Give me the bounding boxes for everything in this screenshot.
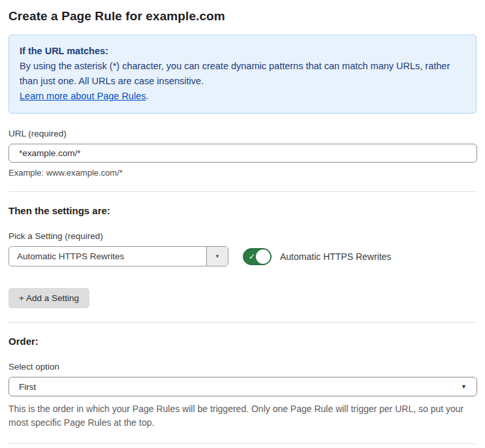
info-box-link-line: Learn more about Page Rules. xyxy=(20,89,465,104)
setting-select[interactable]: Automatic HTTPS Rewrites ▼ xyxy=(8,246,228,266)
setting-row: Automatic HTTPS Rewrites ▼ ✓ Automatic H… xyxy=(8,246,477,266)
settings-heading: Then the settings are: xyxy=(8,205,477,216)
url-field-label: URL (required) xyxy=(8,129,477,138)
page-title: Create a Page Rule for example.com xyxy=(8,9,477,24)
order-select[interactable]: First ▼ xyxy=(8,377,477,396)
url-input[interactable] xyxy=(8,144,477,163)
order-heading: Order: xyxy=(8,336,477,347)
info-box-heading: If the URL matches: xyxy=(20,44,465,59)
create-page-rule-form: Create a Page Rule for example.com If th… xyxy=(0,0,485,448)
checkmark-icon: ✓ xyxy=(249,251,255,261)
section-divider xyxy=(8,322,477,323)
order-select-label: Select option xyxy=(8,362,477,372)
chevron-down-icon: ▼ xyxy=(461,383,467,390)
chevron-down-icon: ▼ xyxy=(215,253,220,259)
setting-toggle[interactable]: ✓ xyxy=(243,248,272,265)
setting-select-arrow-button[interactable]: ▼ xyxy=(206,247,228,266)
url-example-helper: Example: www.example.com/* xyxy=(8,168,477,178)
add-setting-button[interactable]: + Add a Setting xyxy=(8,288,89,308)
toggle-label: Automatic HTTPS Rewrites xyxy=(280,251,391,262)
link-suffix: . xyxy=(146,91,148,101)
info-box-body: By using the asterisk (*) character, you… xyxy=(20,59,465,89)
setting-select-value: Automatic HTTPS Rewrites xyxy=(9,247,206,266)
order-helper-text: This is the order in which your Page Rul… xyxy=(8,402,477,430)
learn-more-link[interactable]: Learn more about Page Rules xyxy=(20,91,146,101)
toggle-knob xyxy=(256,249,270,264)
footer-divider xyxy=(8,443,477,444)
order-select-value: First xyxy=(19,382,36,392)
pick-setting-label: Pick a Setting (required) xyxy=(8,231,477,241)
url-match-info-box: If the URL matches: By using the asteris… xyxy=(8,35,477,114)
section-divider xyxy=(8,191,477,192)
